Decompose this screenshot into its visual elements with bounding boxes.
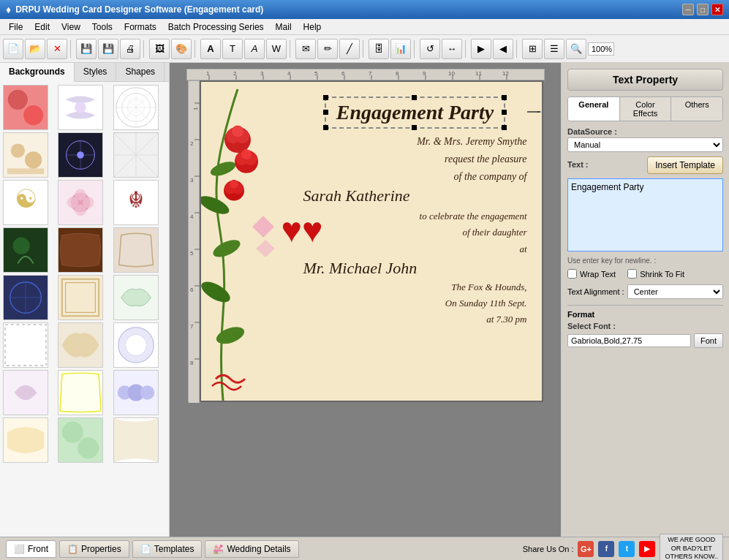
tb-text1[interactable]: A [200, 39, 221, 59]
close-button[interactable]: ✕ [711, 4, 723, 15]
thumb-15[interactable] [113, 275, 159, 320]
thumb-21[interactable] [113, 370, 159, 415]
facebook-btn[interactable]: f [598, 541, 614, 557]
tab-color-effects[interactable]: Color Effects [620, 97, 672, 121]
thumb-8[interactable] [58, 180, 103, 225]
thumb-22[interactable] [3, 417, 48, 463]
tab-styles[interactable]: Styles [75, 63, 117, 81]
tb-print[interactable]: 🖨 [120, 39, 140, 59]
tab-shapes[interactable]: Shapes [116, 63, 165, 81]
tb-text2[interactable]: T [222, 39, 243, 59]
tb-zoom-in[interactable]: 🔍 [566, 39, 586, 59]
thumb-16[interactable] [3, 322, 48, 368]
thumb-19[interactable] [3, 370, 48, 415]
thumb-5[interactable] [58, 132, 103, 178]
tb-line[interactable]: ╱ [339, 39, 360, 59]
font-value-input[interactable] [567, 334, 691, 347]
tb-db2[interactable]: 📊 [390, 39, 411, 59]
svg-text:7: 7 [369, 70, 372, 77]
thumb-14[interactable] [58, 275, 103, 320]
tb-grid[interactable]: ⊞ [522, 39, 543, 59]
text-content-input[interactable]: Engagement Party [567, 178, 723, 251]
tb-nav1[interactable]: ▶ [471, 39, 491, 59]
maximize-button[interactable]: □ [697, 4, 709, 15]
wrap-text-checkbox[interactable] [567, 269, 577, 279]
tb-rotate[interactable]: ↺ [420, 39, 440, 59]
tb-text3[interactable]: A [244, 39, 265, 59]
tb-db1[interactable]: 🗄 [369, 39, 389, 59]
thumb-6[interactable] [113, 132, 159, 178]
feedback-btn[interactable]: WE ARE GOODOR BAD?LETOTHERS KNOW.. [660, 534, 723, 560]
svg-point-108 [241, 149, 252, 159]
thumb-20[interactable] [58, 370, 103, 415]
datasource-select[interactable]: Manual Database CSV [567, 137, 723, 152]
bottom-bar: ⬜ Front 📋 Properties 📄 Templates 💒 Weddi… [0, 537, 729, 560]
text-label: Text : [567, 160, 589, 169]
tb-nav2[interactable]: ◀ [493, 39, 513, 59]
minimize-button[interactable]: ─ [682, 4, 694, 15]
menu-help[interactable]: Help [298, 20, 328, 34]
text-section: Text : Insert Template Engagement Party [567, 156, 723, 254]
svg-text:☬: ☬ [128, 187, 144, 213]
menu-file[interactable]: File [3, 20, 29, 34]
datasource-label: DataSource : [567, 127, 723, 136]
tab-backgrounds[interactable]: Backgrounds [0, 63, 75, 82]
thumb-23[interactable] [58, 417, 103, 463]
thumb-13[interactable] [3, 275, 48, 320]
tab-general[interactable]: General [568, 97, 620, 121]
thumb-9[interactable]: ☬ [113, 180, 159, 225]
twitter-btn[interactable]: t [619, 541, 635, 557]
youtube-btn[interactable]: ▶ [639, 541, 655, 557]
thumb-24[interactable] [113, 417, 159, 463]
menu-view[interactable]: View [56, 20, 86, 34]
tb-wordart[interactable]: W [266, 39, 287, 59]
tb-envelope[interactable]: ✉ [295, 39, 316, 59]
right-panel: Text Property General Color Effects Othe… [561, 63, 729, 537]
alignment-select[interactable]: Center Left Right Justify [627, 284, 723, 299]
card-canvas[interactable]: ♥♥ Engagement Party [200, 80, 543, 402]
tb-flip[interactable]: ↔ [442, 39, 462, 59]
thumb-12[interactable] [113, 227, 159, 273]
tab-properties[interactable]: 📋 Properties [59, 540, 129, 558]
tb-save[interactable]: 💾 [76, 39, 97, 59]
svg-point-28 [13, 238, 30, 254]
tb-close[interactable]: ✕ [47, 39, 67, 59]
tb-align[interactable]: ☰ [544, 39, 564, 59]
svg-point-112 [230, 180, 238, 189]
tb-new[interactable]: 📄 [3, 39, 23, 59]
tab-wedding-details[interactable]: 💒 Wedding Details [205, 540, 298, 558]
tab-others[interactable]: Others [671, 97, 722, 121]
google-plus-btn[interactable]: G+ [578, 541, 594, 557]
font-button[interactable]: Font [694, 333, 723, 348]
thumb-11[interactable] [58, 227, 103, 273]
card-name1: Sarah Katherine [296, 186, 410, 205]
menu-edit[interactable]: Edit [29, 20, 56, 34]
menu-tools[interactable]: Tools [86, 20, 118, 34]
tb-img2[interactable]: 🎨 [171, 39, 192, 59]
menu-formats[interactable]: Formats [118, 20, 162, 34]
tab-front[interactable]: ⬜ Front [6, 540, 56, 558]
tab-templates[interactable]: 📄 Templates [132, 540, 203, 558]
tb-pencil[interactable]: ✏ [317, 39, 338, 59]
thumb-7[interactable]: ☯ [3, 180, 48, 225]
card-title[interactable]: Engagement Party [325, 97, 505, 129]
menu-mail[interactable]: Mail [270, 20, 298, 34]
tb-open[interactable]: 📂 [25, 39, 45, 59]
svg-text:11: 11 [475, 70, 482, 77]
thumb-10[interactable] [3, 227, 48, 273]
svg-point-11 [25, 151, 42, 168]
thumb-4[interactable] [3, 132, 48, 178]
thumb-3[interactable] [113, 85, 159, 130]
wrap-text-item: Wrap Text [567, 269, 616, 279]
format-section: Format Select Font : Font [567, 305, 723, 348]
canvas-wrapper: 1 2 3 4 5 6 7 8 [188, 80, 543, 402]
thumb-18[interactable] [113, 322, 159, 368]
thumb-2[interactable] [58, 85, 103, 130]
insert-template-button[interactable]: Insert Template [647, 156, 723, 174]
menu-batch[interactable]: Batch Processing Series [162, 20, 270, 34]
thumb-17[interactable] [58, 322, 103, 368]
shrink-fit-checkbox[interactable] [627, 269, 637, 279]
thumb-1[interactable] [3, 85, 48, 130]
tb-save2[interactable]: 💾 [98, 39, 118, 59]
tb-img1[interactable]: 🖼 [149, 39, 170, 59]
